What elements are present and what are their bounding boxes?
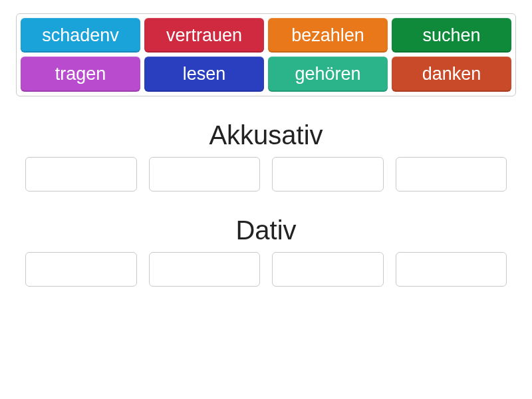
word-tile[interactable]: gehören [268, 57, 388, 91]
category-title: Dativ [16, 215, 516, 245]
word-tile[interactable]: suchen [392, 18, 511, 53]
word-tile[interactable]: tragen [21, 57, 140, 91]
category-title: Akkusativ [16, 120, 516, 150]
word-tile[interactable]: schadenv [21, 18, 140, 53]
drop-row [16, 252, 516, 287]
drop-slot[interactable] [396, 157, 507, 192]
drop-slot[interactable] [272, 252, 384, 287]
drop-slot[interactable] [396, 252, 507, 287]
category-group: Akkusativ [16, 120, 516, 192]
word-bank: schadenvvertrauenbezahlensuchentragenles… [16, 13, 516, 96]
word-tile[interactable]: bezahlen [268, 18, 388, 53]
drop-row [16, 157, 516, 192]
word-tile[interactable]: vertrauen [144, 18, 264, 53]
word-tile[interactable]: lesen [144, 57, 264, 91]
drop-slot[interactable] [149, 252, 261, 287]
drop-slot[interactable] [272, 157, 384, 192]
drop-slot[interactable] [149, 157, 261, 192]
word-tile[interactable]: danken [392, 57, 511, 91]
drop-slot[interactable] [25, 157, 137, 192]
drop-slot[interactable] [25, 252, 137, 287]
category-group: Dativ [16, 215, 516, 287]
